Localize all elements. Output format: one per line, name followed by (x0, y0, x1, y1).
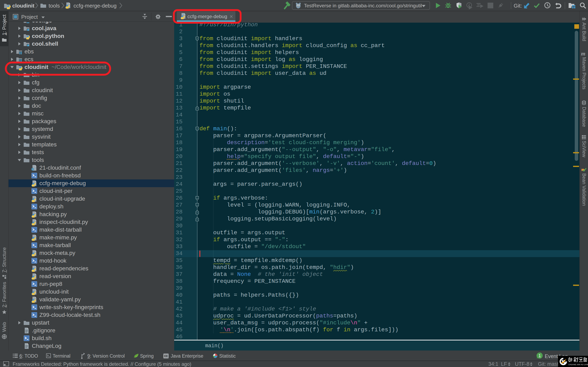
svg-text:1: 1 (538, 353, 541, 358)
